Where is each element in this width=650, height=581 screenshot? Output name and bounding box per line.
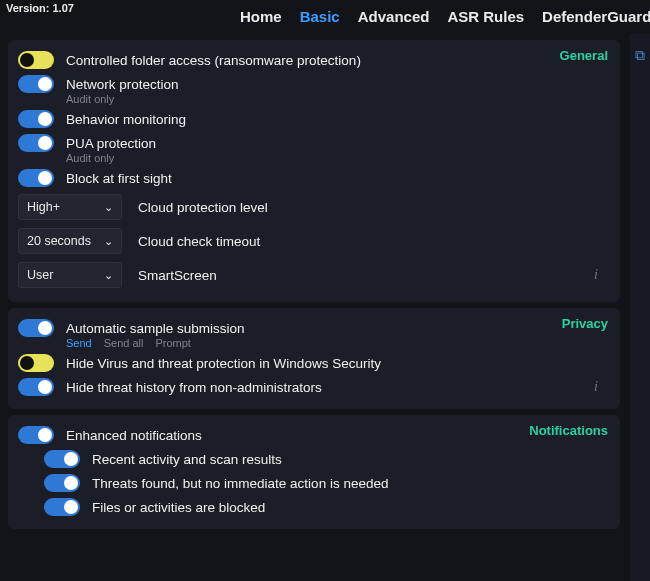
card-privacy: Privacy Automatic sample submission Send… <box>8 308 620 409</box>
toggle-threats-found[interactable] <box>44 474 80 492</box>
tab-bar: Home Basic Advanced ASR Rules DefenderGu… <box>0 0 650 31</box>
row-cloud-check-timeout: 20 seconds ⌄ Cloud check timeout <box>18 224 610 258</box>
toggle-block-at-first-sight[interactable] <box>18 169 54 187</box>
row-threats-found: Threats found, but no immediate action i… <box>18 471 610 495</box>
card-notifications: Notifications Enhanced notifications Rec… <box>8 415 620 529</box>
info-icon[interactable]: i <box>594 267 598 283</box>
content-scroll: General Controlled folder access (ransom… <box>0 34 628 581</box>
tab-advanced[interactable]: Advanced <box>358 8 430 25</box>
select-cloud-protection-level-value: High+ <box>27 200 60 214</box>
sub-network-protection-text: Audit only <box>66 93 114 105</box>
label-network-protection: Network protection <box>66 77 179 92</box>
tab-home[interactable]: Home <box>240 8 282 25</box>
sub-auto-sample-submission: Send Send all Prompt <box>66 337 610 349</box>
select-smartscreen[interactable]: User ⌄ <box>18 262 122 288</box>
toggle-auto-sample-submission[interactable] <box>18 319 54 337</box>
toggle-pua-protection[interactable] <box>18 134 54 152</box>
label-hide-virus-protection: Hide Virus and threat protection in Wind… <box>66 356 381 371</box>
tab-basic[interactable]: Basic <box>300 8 340 25</box>
row-cloud-protection-level: High+ ⌄ Cloud protection level <box>18 190 610 224</box>
card-title-privacy: Privacy <box>562 316 608 331</box>
info-icon[interactable]: i <box>594 379 598 395</box>
row-controlled-folder-access: Controlled folder access (ransomware pro… <box>18 48 610 72</box>
sub-network-protection: Audit only <box>66 93 610 105</box>
label-controlled-folder-access: Controlled folder access (ransomware pro… <box>66 53 361 68</box>
card-title-general: General <box>560 48 608 63</box>
card-general: General Controlled folder access (ransom… <box>8 40 620 302</box>
toggle-controlled-folder-access[interactable] <box>18 51 54 69</box>
right-sidebar: ⧉ <box>630 34 650 581</box>
label-enhanced-notifications: Enhanced notifications <box>66 428 202 443</box>
row-block-at-first-sight: Block at first sight <box>18 166 610 190</box>
tab-defenderguard[interactable]: DefenderGuard™ <box>542 8 650 25</box>
toggle-files-blocked[interactable] <box>44 498 80 516</box>
label-hide-threat-history: Hide threat history from non-administrat… <box>66 380 322 395</box>
row-hide-threat-history: Hide threat history from non-administrat… <box>18 375 610 399</box>
select-smartscreen-value: User <box>27 268 53 282</box>
label-files-blocked: Files or activities are blocked <box>92 500 265 515</box>
label-cloud-check-timeout: Cloud check timeout <box>138 234 260 249</box>
chevron-down-icon: ⌄ <box>104 201 113 214</box>
label-threats-found: Threats found, but no immediate action i… <box>92 476 388 491</box>
row-behavior-monitoring: Behavior monitoring <box>18 107 610 131</box>
label-recent-activity: Recent activity and scan results <box>92 452 282 467</box>
row-smartscreen: User ⌄ SmartScreen i <box>18 258 610 292</box>
toggle-hide-threat-history[interactable] <box>18 378 54 396</box>
row-files-blocked: Files or activities are blocked <box>18 495 610 519</box>
row-hide-virus-protection: Hide Virus and threat protection in Wind… <box>18 351 610 375</box>
select-cloud-check-timeout-value: 20 seconds <box>27 234 91 248</box>
label-auto-sample-submission: Automatic sample submission <box>66 321 245 336</box>
tab-asr-rules[interactable]: ASR Rules <box>447 8 524 25</box>
label-behavior-monitoring: Behavior monitoring <box>66 112 186 127</box>
label-cloud-protection-level: Cloud protection level <box>138 200 268 215</box>
sidebar-icon[interactable]: ⧉ <box>631 46 649 64</box>
toggle-hide-virus-protection[interactable] <box>18 354 54 372</box>
sub-pua-protection-text: Audit only <box>66 152 114 164</box>
toggle-enhanced-notifications[interactable] <box>18 426 54 444</box>
select-cloud-check-timeout[interactable]: 20 seconds ⌄ <box>18 228 122 254</box>
toggle-recent-activity[interactable] <box>44 450 80 468</box>
sub-pua-protection: Audit only <box>66 152 610 164</box>
chevron-down-icon: ⌄ <box>104 269 113 282</box>
chevron-down-icon: ⌄ <box>104 235 113 248</box>
toggle-network-protection[interactable] <box>18 75 54 93</box>
tab-defenderguard-label: DefenderGuard <box>542 8 650 25</box>
version-label: Version: 1.07 <box>6 2 74 14</box>
label-block-at-first-sight: Block at first sight <box>66 171 172 186</box>
card-title-notifications: Notifications <box>529 423 608 438</box>
link-send[interactable]: Send <box>66 337 92 349</box>
link-send-all[interactable]: Send all <box>104 337 144 349</box>
label-pua-protection: PUA protection <box>66 136 156 151</box>
row-enhanced-notifications: Enhanced notifications <box>18 423 610 447</box>
toggle-behavior-monitoring[interactable] <box>18 110 54 128</box>
label-smartscreen: SmartScreen <box>138 268 217 283</box>
row-recent-activity: Recent activity and scan results <box>18 447 610 471</box>
link-prompt[interactable]: Prompt <box>155 337 190 349</box>
select-cloud-protection-level[interactable]: High+ ⌄ <box>18 194 122 220</box>
